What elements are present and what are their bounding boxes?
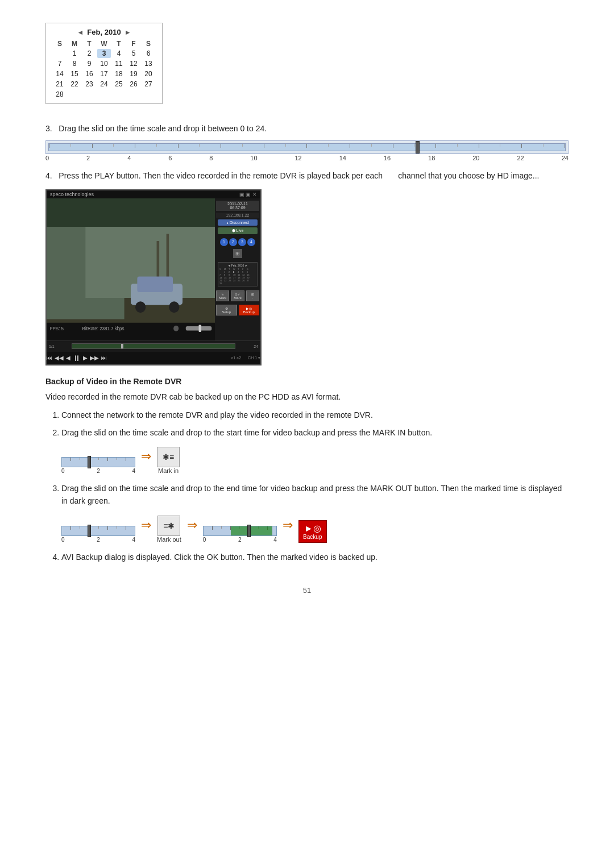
cal-day-19[interactable]: 19 — [127, 69, 140, 78]
cal-day-15[interactable]: 15 — [68, 69, 81, 78]
cal-next-btn[interactable]: ► — [125, 28, 131, 36]
cal-day-27[interactable]: 27 — [142, 80, 155, 89]
cal-day-22[interactable]: 22 — [68, 80, 81, 89]
dvr-play-pause[interactable]: ⏸ — [73, 354, 81, 363]
mini-timescale-3: 0 2 4 — [203, 526, 277, 543]
dvr-titlebar: speco technologies ▣ ▣ ✕ — [47, 190, 260, 198]
dvr-extra-btns: ⚙Setup ▶◎Backup — [216, 305, 259, 315]
ts-num-18: 18 — [428, 155, 435, 161]
cal-day-21[interactable]: 21 — [53, 80, 67, 89]
mark-out-btn[interactable]: ≡✱ Mark out — [157, 516, 181, 543]
mini-ts-bar-3 — [203, 526, 277, 536]
cal-day-12[interactable]: 12 — [127, 59, 140, 68]
dvr-slow-back[interactable]: ◀ — [66, 355, 70, 361]
dvr-disconnect-btn[interactable]: ⬥ Disconnect — [218, 219, 258, 226]
svg-rect-15 — [199, 325, 202, 332]
dvr-next-frame[interactable]: ▶▶ — [90, 355, 99, 361]
cal-day-18[interactable]: 18 — [112, 69, 126, 78]
cal-day-5[interactable]: 5 — [127, 49, 140, 58]
ch-btn-2[interactable]: 2 — [229, 238, 237, 246]
backup-btn-group[interactable]: ►◎ Backup — [298, 520, 327, 543]
mini-ts-nums-3: 0 2 4 — [203, 537, 277, 543]
backup-step4-list: AVI Backup dialog is displayed. Click th… — [61, 551, 569, 563]
dvr-skip-back[interactable]: ⏮ — [47, 355, 52, 361]
mini-ts-thumb-2[interactable] — [88, 525, 91, 537]
cal-day-24[interactable]: 24 — [97, 80, 111, 89]
backup-step-3: Drag the slid on the time scale and drop… — [61, 482, 569, 508]
backup-heading: Backup of Video in the Remote DVR — [45, 377, 569, 386]
ch-btn-4[interactable]: 4 — [247, 238, 255, 246]
mark-out-box[interactable]: ≡✱ — [157, 516, 180, 536]
cal-day-4[interactable]: 4 — [112, 49, 126, 58]
cal-day-20[interactable]: 20 — [142, 69, 155, 78]
dvr-channel-btns: 1 2 3 4 — [220, 238, 255, 246]
mini-ts-thumb-3[interactable] — [247, 525, 251, 537]
cal-day-13[interactable]: 13 — [142, 59, 155, 68]
cal-day-header-t1: T — [82, 40, 96, 48]
mark-out-label: Mark out — [157, 536, 181, 543]
ts-num-22: 22 — [517, 155, 524, 161]
mark-out-illustration: 0 2 4 ⇒ ≡✱ Mark out ⇒ — [61, 516, 569, 543]
timescale-inner — [48, 143, 566, 151]
cal-day-11[interactable]: 11 — [112, 59, 126, 68]
ts-num-4: 4 — [127, 155, 131, 161]
dvr-video-area: FPS: 5 BitRate: 2381.7 kbps — [47, 198, 215, 340]
dvr-grid-view[interactable]: ⊞· — [246, 290, 259, 301]
cal-day-10[interactable]: 10 — [97, 59, 111, 68]
cal-day-1[interactable]: 1 — [68, 49, 81, 58]
mark-in-btn[interactable]: ✱≡ Mark in — [157, 447, 180, 474]
dvr-live-btn[interactable]: ⬢ Live — [218, 227, 258, 234]
dvr-timeline[interactable] — [72, 343, 235, 349]
mini-ts-thumb-1[interactable] — [88, 456, 91, 468]
mini-ts-num-2c: 2 — [238, 537, 242, 543]
dvr-timescale-row: 1/1 24 — [47, 340, 260, 352]
dvr-grid-btn[interactable]: ⊞ — [233, 249, 242, 258]
cal-prev-btn[interactable]: ◄ — [77, 28, 84, 36]
page-number: 51 — [45, 586, 569, 595]
mini-ts-num-4b: 4 — [132, 537, 135, 543]
dvr-mark-in[interactable]: ↳Mark — [216, 290, 229, 301]
cal-day-23[interactable]: 23 — [82, 80, 96, 89]
mini-ts-nums-2: 0 2 4 — [61, 537, 135, 543]
mark-in-illustration: 0 2 4 ⇒ ✱≡ Mark in — [61, 447, 569, 474]
ch-btn-1[interactable]: 1 — [220, 238, 228, 246]
calendar-grid: S M T W T F S 1 2 3 4 5 6 7 8 9 10 11 12… — [53, 40, 155, 99]
mini-ts-num-4c: 4 — [273, 537, 277, 543]
mark-in-box[interactable]: ✱≡ — [157, 447, 180, 467]
cal-day-14[interactable]: 14 — [53, 69, 67, 78]
cal-day-7[interactable]: 7 — [53, 59, 67, 68]
cal-day-3[interactable]: 3 — [97, 49, 111, 58]
cal-day-28[interactable]: 28 — [53, 90, 67, 99]
mini-ts-nums-1: 0 2 4 — [61, 468, 135, 474]
cal-day-empty2 — [68, 90, 81, 99]
ts-num-14: 14 — [339, 155, 346, 161]
dvr-skip-fwd[interactable]: ⏭ — [101, 355, 107, 361]
cal-day-16[interactable]: 16 — [82, 69, 96, 78]
cal-day-2[interactable]: 2 — [82, 49, 96, 58]
timescale-thumb[interactable] — [416, 141, 420, 153]
cal-day-25[interactable]: 25 — [112, 80, 126, 89]
svg-point-9 — [169, 301, 179, 313]
mini-ts-num-0c: 0 — [203, 537, 206, 543]
dvr-screenshot: speco technologies ▣ ▣ ✕ — [45, 189, 262, 366]
dvr-mark-out[interactable]: ≡↲Mark — [231, 290, 244, 301]
dvr-setup-btn[interactable]: ⚙Setup — [216, 305, 237, 315]
cal-day-8[interactable]: 8 — [68, 59, 81, 68]
cal-day-empty1 — [53, 49, 67, 58]
ch-btn-3[interactable]: 3 — [238, 238, 246, 246]
dvr-time: 2011-02-1106:37:09 — [216, 201, 259, 211]
step3-drag-text: 3. Drag the slid on the time scale and d… — [45, 122, 569, 135]
svg-rect-7 — [137, 276, 173, 292]
backup-btn[interactable]: ►◎ Backup — [298, 520, 327, 543]
dvr-slow-fwd[interactable]: ▶ — [83, 355, 88, 361]
cal-day-9[interactable]: 9 — [82, 59, 96, 68]
svg-rect-10 — [47, 323, 215, 340]
calendar: ◄ Feb, 2010 ► S M T W T F S 1 2 3 4 5 6 … — [45, 23, 163, 104]
dvr-video-svg: FPS: 5 BitRate: 2381.7 kbps — [47, 198, 215, 340]
dvr-backup-btn[interactable]: ▶◎Backup — [239, 305, 260, 315]
cal-day-6[interactable]: 6 — [142, 49, 155, 58]
backup-steps-list: Connect the network to the remote DVR an… — [61, 409, 569, 439]
cal-day-17[interactable]: 17 — [97, 69, 111, 78]
cal-day-26[interactable]: 26 — [127, 80, 140, 89]
dvr-prev-frame[interactable]: ◀◀ — [55, 355, 64, 361]
